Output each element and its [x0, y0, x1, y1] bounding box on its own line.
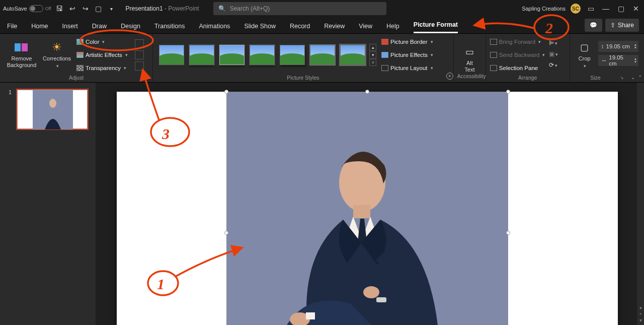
toggle-switch[interactable]	[29, 5, 43, 12]
width-input[interactable]: ↔19.05 cm▴▾	[598, 55, 638, 66]
ribbon-collapse-down-icon[interactable]: ⌄	[631, 75, 635, 80]
style-thumb[interactable]	[189, 45, 214, 65]
tab-review[interactable]: Review	[324, 23, 345, 33]
corrections-button[interactable]: ☀ Corrections ▾	[39, 41, 74, 69]
scroll-up-icon[interactable]: ▴	[639, 304, 642, 310]
overflow-icon[interactable]: ▾	[107, 4, 117, 14]
style-thumb[interactable]	[250, 45, 275, 65]
artistic-label: Artistic Effects	[86, 52, 122, 58]
titlebar: AutoSave Off 🖫 ↩ ↪ ▢ ▾ Presentation1 - P…	[0, 0, 644, 17]
send-backward-button[interactable]: Send Backward▾	[490, 49, 545, 60]
remove-bg-icon	[14, 41, 29, 54]
picture-border-button[interactable]: Picture Border▾	[381, 36, 433, 47]
crop-label: Crop	[579, 55, 591, 62]
border-label: Picture Border	[390, 39, 428, 45]
alt-text-icon: ▭	[465, 47, 474, 57]
tab-view[interactable]: View	[359, 23, 372, 33]
tab-help[interactable]: Help	[386, 23, 399, 33]
vertical-scrollbar[interactable]: ▴ ▪ ▾	[637, 83, 644, 325]
svg-rect-0	[15, 43, 21, 51]
maximize-icon[interactable]: ▢	[616, 4, 626, 14]
artistic-effects-button[interactable]: Artistic Effects▾	[76, 49, 128, 60]
reset-picture-button[interactable]	[135, 61, 144, 71]
transparency-icon	[76, 65, 84, 71]
tab-transitions[interactable]: Transitions	[154, 23, 185, 33]
style-thumb[interactable]	[159, 45, 184, 65]
search-input[interactable]: 🔍 Search (Alt+Q)	[213, 2, 386, 15]
style-thumb[interactable]	[310, 45, 335, 65]
send-backward-icon	[490, 52, 497, 58]
svg-point-2	[49, 99, 56, 108]
border-icon	[381, 39, 388, 45]
inserted-picture[interactable]	[226, 92, 508, 325]
tab-slideshow[interactable]: Slide Show	[244, 23, 276, 33]
dialog-launcher-icon[interactable]: ↘	[620, 75, 624, 80]
slide-thumbnail-1[interactable]	[17, 90, 88, 129]
account-avatar[interactable]: SC	[571, 4, 581, 14]
height-icon: ↕	[601, 43, 604, 49]
alt-text-button[interactable]: ▭ Alt Text	[458, 45, 481, 73]
ribbon-collapse-up-icon[interactable]: ⌃	[638, 75, 642, 80]
account-name[interactable]: Sapling Creations	[522, 6, 566, 12]
autosave-toggle[interactable]: AutoSave Off	[3, 5, 51, 12]
picture-styles-gallery[interactable]: ▴ ▾ ▿	[157, 40, 378, 70]
tab-record[interactable]: Record	[290, 23, 310, 33]
search-placeholder: Search (Alt+Q)	[230, 5, 270, 12]
app-name: PowerPoint	[168, 5, 199, 12]
bring-forward-icon	[490, 39, 497, 45]
save-icon[interactable]: 🖫	[54, 4, 64, 14]
selection-pane-icon	[490, 65, 497, 71]
undo-icon[interactable]: ↩	[67, 4, 77, 14]
ribbon-tabs: File Home Insert Draw Design Transitions…	[0, 17, 644, 34]
selection-pane-button[interactable]: Selection Pane	[490, 62, 545, 74]
close-icon[interactable]: ✕	[631, 4, 641, 14]
group-icon[interactable]: ▣▾	[549, 50, 559, 59]
gallery-down-icon[interactable]: ▾	[369, 51, 376, 58]
redo-icon[interactable]: ↪	[80, 4, 91, 14]
selection-pane-label: Selection Pane	[499, 65, 538, 71]
style-thumb[interactable]	[280, 45, 305, 65]
svg-rect-7	[376, 297, 386, 302]
layout-label: Picture Layout	[390, 65, 428, 71]
group-label-adjust: Adjust	[4, 74, 148, 83]
minimize-icon[interactable]: —	[601, 4, 611, 14]
tab-design[interactable]: Design	[121, 23, 140, 33]
gallery-more-icon[interactable]: ▿	[369, 59, 376, 66]
crop-button[interactable]: ▢ Crop▾	[574, 41, 595, 69]
tab-home[interactable]: Home	[31, 23, 48, 33]
picture-effects-button[interactable]: Picture Effects▾	[381, 49, 433, 60]
share-icon: ⇪	[610, 22, 615, 29]
rotate-icon[interactable]: ⟳▾	[549, 61, 559, 71]
style-thumb[interactable]	[340, 45, 365, 65]
height-value: 19.05 cm	[606, 43, 629, 49]
send-backward-label: Send Backward	[499, 52, 540, 58]
tab-draw[interactable]: Draw	[92, 23, 107, 33]
color-button[interactable]: Color▾	[76, 36, 128, 47]
gallery-up-icon[interactable]: ▴	[369, 44, 376, 51]
layout-icon	[381, 65, 388, 71]
remove-background-button[interactable]: Remove Background	[4, 41, 39, 68]
height-input[interactable]: ↕19.05 cm▴▾	[598, 41, 638, 52]
tab-file[interactable]: File	[7, 23, 17, 33]
transparency-label: Transparency	[86, 65, 121, 71]
tab-picture-format[interactable]: Picture Format	[414, 21, 458, 33]
style-thumb[interactable]	[219, 45, 245, 65]
bring-forward-button[interactable]: Bring Forward▾	[490, 36, 545, 47]
group-label-styles: Picture Styles	[157, 74, 449, 83]
tab-animations[interactable]: Animations	[199, 23, 230, 33]
ribbon-mode-icon[interactable]: ▭	[586, 4, 596, 14]
share-label: Share	[618, 22, 634, 29]
scroll-down-icon[interactable]: ▾	[639, 317, 642, 323]
tab-insert[interactable]: Insert	[62, 23, 78, 33]
align-icon[interactable]: ⊫▾	[549, 39, 559, 48]
slide-canvas[interactable]	[96, 83, 637, 325]
comments-button[interactable]: 💬	[585, 19, 602, 32]
transparency-button[interactable]: Transparency▾	[76, 62, 128, 74]
compress-pictures-button[interactable]	[135, 39, 144, 48]
present-icon[interactable]: ▢	[94, 4, 104, 14]
effects-icon	[381, 52, 388, 58]
svg-point-6	[363, 286, 379, 298]
change-picture-button[interactable]	[135, 50, 144, 59]
slide[interactable]	[117, 92, 618, 325]
share-button[interactable]: ⇪Share	[605, 19, 639, 32]
